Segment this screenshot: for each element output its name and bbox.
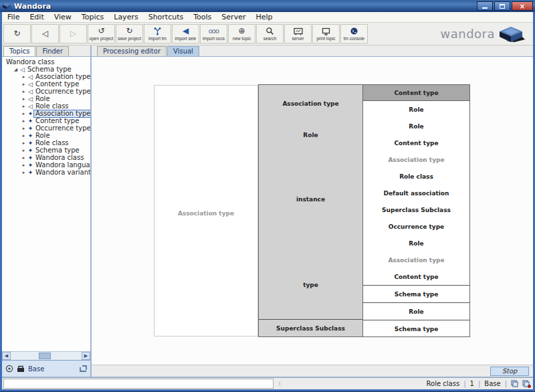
status-layers-alert-icon[interactable]	[522, 380, 530, 387]
menu-item-view[interactable]: View	[54, 13, 72, 21]
server-button[interactable]: server	[284, 24, 312, 43]
forward-button[interactable]: ▷	[60, 24, 87, 43]
diagram-footer-row-schema-type[interactable]: Schema type	[363, 285, 469, 302]
expand-icon[interactable]: ▸	[21, 170, 27, 175]
tree-item-wandora-variant-name-v[interactable]: ▸✦Wandora variant name v	[2, 169, 90, 176]
tree-item-role[interactable]: ▸✦Role	[2, 132, 90, 139]
expand-icon[interactable]: ▸	[21, 74, 27, 80]
layer-lock-icon[interactable]	[17, 365, 25, 373]
diagram-row-association-type[interactable]: Association type	[363, 252, 469, 268]
expand-icon[interactable]: ▸	[21, 126, 27, 131]
expand-icon[interactable]: ▸	[21, 82, 27, 87]
tab-topics[interactable]: Topics	[3, 46, 35, 56]
open-project-button[interactable]: ↺open project	[88, 24, 115, 43]
menu-item-server[interactable]: Server	[221, 13, 245, 21]
tree-item-association-type[interactable]: ▸✦Association type	[2, 110, 90, 117]
tree-item-label: Role	[34, 96, 51, 102]
print-topic-button[interactable]: print topic	[312, 24, 340, 43]
menu-item-topics[interactable]: Topics	[82, 13, 104, 21]
layer-options-icon[interactable]	[80, 365, 87, 372]
collapse-icon[interactable]: ◢	[13, 67, 19, 72]
diagram-label-instance: instance	[259, 196, 362, 203]
titlebar[interactable]: Wandora ×	[0, 0, 535, 12]
expand-icon[interactable]: ▸	[21, 148, 27, 153]
maximize-button[interactable]	[494, 1, 510, 11]
menu-item-shortcuts[interactable]: Shortcuts	[148, 13, 184, 21]
diagram-row-default-association[interactable]: Default association	[363, 185, 469, 201]
tree-item-role-class[interactable]: ▸◁Role class	[2, 102, 90, 110]
layer-row-base[interactable]: Base	[2, 360, 90, 377]
import-occs-button[interactable]: import occs	[200, 24, 227, 43]
diagram-row-superclass-subclass[interactable]: Superclass Subclass	[363, 201, 469, 218]
menu-item-help[interactable]: Help	[255, 13, 272, 21]
expand-icon[interactable]: ▸	[21, 89, 27, 94]
tree-item-occurrence-type[interactable]: ▸◁Occurrence type	[2, 88, 90, 95]
statusbar: ⁝ Role class|1|Base|	[2, 377, 533, 389]
diagram-row-content-type[interactable]: Content type	[363, 268, 469, 285]
tab-finder[interactable]: Finder	[36, 46, 69, 56]
diagram-row-association-type[interactable]: Association type	[363, 151, 469, 168]
diagram-row-role[interactable]: Role	[363, 118, 469, 134]
close-button[interactable]: ×	[512, 1, 533, 11]
tree-item-schema-type[interactable]: ▸✦Schema type	[2, 146, 90, 154]
import-tm-label: import tm	[148, 36, 167, 41]
expand-icon[interactable]: ▸	[21, 118, 27, 124]
tree-item-association-type[interactable]: ▸◁Association type	[2, 73, 90, 80]
status-layers-icon[interactable]	[511, 380, 518, 387]
save-project-button[interactable]: ↻save project	[116, 24, 143, 43]
tm-console-button[interactable]: tm console	[340, 24, 368, 43]
tree-item-wandora-language[interactable]: ▸✦Wandora language	[2, 161, 90, 169]
diagram-footer-row-role[interactable]: Role	[363, 302, 469, 320]
stop-button[interactable]: Stop	[490, 367, 529, 376]
diagram-row-content-type[interactable]: Content type	[363, 134, 469, 151]
diagram-row-role-class[interactable]: Role class	[363, 168, 469, 185]
tree-item-label: Wandora variant name v	[34, 169, 90, 176]
expand-icon[interactable]: ▸	[21, 111, 27, 116]
expand-icon[interactable]: ▸	[21, 104, 27, 109]
tree-item-label: Role	[34, 132, 51, 139]
diagram-middle-column[interactable]: Superclass Subclass Association typeRole…	[258, 84, 363, 337]
open-project-icon: ↺	[98, 26, 104, 36]
tab-processing-editor[interactable]: Processing editor	[97, 46, 167, 56]
import-sele-button[interactable]: ◀import sele	[172, 24, 199, 43]
import-tm-button[interactable]: import tm	[144, 24, 171, 43]
diagram-row-occurrence-type[interactable]: Occurrence type	[363, 218, 469, 235]
tree-item-schema-type[interactable]: ◢◁Schema type	[2, 66, 90, 73]
diagram-row-role[interactable]: Role	[363, 235, 469, 252]
diagram-footer-row-schema-type[interactable]: Schema type	[363, 320, 469, 337]
diagram-row-role[interactable]: Role	[363, 101, 469, 118]
scrollbar-track[interactable]	[11, 352, 82, 360]
import-occs-label: import occs	[203, 36, 225, 41]
tree-horizontal-scrollbar[interactable]: ◀ ▶	[2, 351, 90, 360]
expand-icon[interactable]: ▸	[21, 133, 27, 138]
scroll-right-icon[interactable]: ▶	[82, 352, 90, 360]
tree-item-content-type[interactable]: ▸✦Content type	[2, 117, 90, 124]
menu-item-tools[interactable]: Tools	[193, 13, 211, 21]
scrollbar-thumb[interactable]	[39, 353, 51, 359]
visual-canvas[interactable]: Association type Superclass Subclass Ass…	[92, 57, 533, 365]
layer-visibility-icon[interactable]	[5, 365, 13, 373]
menu-item-layers[interactable]: Layers	[114, 13, 138, 21]
tree-item-wandora-class[interactable]: Wandora class	[2, 58, 90, 66]
minimize-button[interactable]	[477, 1, 493, 11]
diagram-left-column[interactable]: Association type	[154, 85, 258, 336]
expand-icon[interactable]: ▸	[21, 96, 27, 102]
expand-icon[interactable]: ▸	[21, 163, 27, 168]
menu-item-file[interactable]: File	[7, 13, 19, 21]
menu-item-edit[interactable]: Edit	[29, 13, 43, 21]
new-topic-button[interactable]: ⊕new topic	[228, 24, 255, 43]
search-button[interactable]: search	[256, 24, 284, 43]
tree-item-occurrence-type[interactable]: ▸✦Occurrence type	[2, 124, 90, 132]
expand-icon[interactable]: ▸	[21, 155, 27, 161]
tab-visual[interactable]: Visual	[167, 46, 199, 56]
expand-icon[interactable]: ▸	[21, 140, 27, 146]
tree-item-wandora-class[interactable]: ▸✦Wandora class	[2, 154, 90, 161]
tree-item-role-class[interactable]: ▸✦Role class	[2, 139, 90, 146]
tree-item-role[interactable]: ▸◁Role	[2, 95, 90, 102]
new-topic-icon: ⊕	[238, 26, 245, 36]
scroll-left-icon[interactable]: ◀	[2, 352, 11, 360]
refresh-button[interactable]: ↻	[3, 24, 31, 43]
back-button[interactable]: ◁	[31, 24, 59, 43]
diagram-right-header[interactable]: Content type	[363, 85, 469, 101]
tree-item-content-type[interactable]: ▸◁Content type	[2, 80, 90, 88]
